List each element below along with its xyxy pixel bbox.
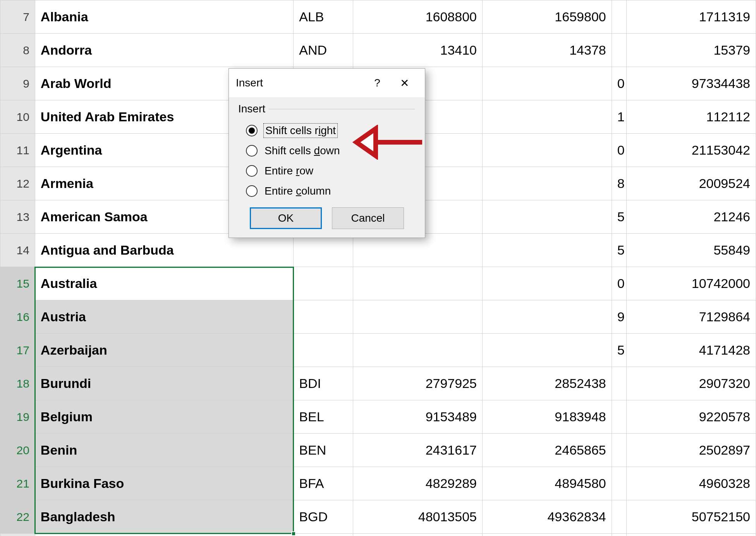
dialog-titlebar[interactable]: Insert ? ✕ xyxy=(229,69,425,97)
selection-fill-handle[interactable] xyxy=(291,531,296,536)
row-header[interactable]: 23 xyxy=(0,534,35,536)
cell-value[interactable]: 2852438 xyxy=(483,367,612,400)
cancel-button[interactable]: Cancel xyxy=(332,207,404,229)
cell-empty[interactable] xyxy=(353,534,483,536)
cell-value[interactable]: 2465865 xyxy=(483,434,612,467)
cell-value[interactable]: 97334438 xyxy=(627,67,756,100)
cell-value-partial[interactable]: 0 xyxy=(612,67,627,100)
ok-button[interactable]: OK xyxy=(250,207,322,229)
cell-value[interactable] xyxy=(353,267,483,300)
cell-value[interactable]: 2797925 xyxy=(353,367,483,400)
cell-value-partial[interactable] xyxy=(612,367,627,400)
cell-empty[interactable] xyxy=(627,534,756,536)
cell-country-code[interactable]: BFA xyxy=(294,467,353,500)
cell-country-code[interactable]: BDI xyxy=(294,367,353,400)
radio-shift-cells-right[interactable]: Shift cells right xyxy=(239,121,415,141)
row-header[interactable]: 13 xyxy=(0,200,35,234)
cell-value-partial[interactable]: 5 xyxy=(612,234,627,267)
cell-value[interactable]: 2502897 xyxy=(627,434,756,467)
row-header[interactable]: 19 xyxy=(0,400,35,434)
cell-country-code[interactable] xyxy=(294,334,353,367)
cell-value[interactable] xyxy=(483,67,612,100)
cell-value[interactable]: 9220578 xyxy=(627,400,756,434)
cell-value-partial[interactable]: 0 xyxy=(612,267,627,300)
cell-value[interactable] xyxy=(483,234,612,267)
cell-value[interactable]: 2009524 xyxy=(627,167,756,200)
row-header[interactable]: 8 xyxy=(0,34,35,67)
close-icon[interactable]: ✕ xyxy=(391,77,418,90)
cell-value[interactable] xyxy=(353,300,483,334)
cell-value-partial[interactable] xyxy=(612,34,627,67)
row-header[interactable]: 7 xyxy=(0,0,35,34)
cell-country-name[interactable]: Belgium xyxy=(35,400,293,434)
cell-value[interactable]: 2907320 xyxy=(627,367,756,400)
help-icon[interactable]: ? xyxy=(364,77,391,89)
cell-value[interactable]: 10742000 xyxy=(627,267,756,300)
cell-value[interactable]: 4894580 xyxy=(483,467,612,500)
row-header[interactable]: 14 xyxy=(0,234,35,267)
row-header[interactable]: 16 xyxy=(0,300,35,334)
cell-value-partial[interactable] xyxy=(612,500,627,534)
cell-value[interactable] xyxy=(483,100,612,134)
cell-country-code[interactable]: BEN xyxy=(294,434,353,467)
cell-value[interactable]: 112112 xyxy=(627,100,756,134)
cell-value-partial[interactable]: 5 xyxy=(612,200,627,234)
cell-value[interactable] xyxy=(483,300,612,334)
cell-country-name[interactable]: Burkina Faso xyxy=(35,467,293,500)
cell-country-code[interactable]: BGD xyxy=(294,500,353,534)
cell-value[interactable]: 9183948 xyxy=(483,400,612,434)
cell-value[interactable]: 14378 xyxy=(483,34,612,67)
cell-value[interactable]: 7129864 xyxy=(627,300,756,334)
cell-value[interactable] xyxy=(353,234,483,267)
cell-value-partial[interactable]: 5 xyxy=(612,334,627,367)
cell-country-name[interactable]: Albania xyxy=(35,0,293,34)
cell-country-code[interactable] xyxy=(294,234,353,267)
cell-country-name[interactable]: Andorra xyxy=(35,34,293,67)
row-header[interactable]: 12 xyxy=(0,167,35,200)
cell-value[interactable]: 15379 xyxy=(627,34,756,67)
cell-value[interactable] xyxy=(483,334,612,367)
cell-value-partial[interactable]: 9 xyxy=(612,300,627,334)
row-header[interactable]: 9 xyxy=(0,67,35,100)
cell-value[interactable] xyxy=(483,267,612,300)
cell-value[interactable]: 4960328 xyxy=(627,467,756,500)
row-header[interactable]: 21 xyxy=(0,467,35,500)
cell-value-partial[interactable] xyxy=(612,400,627,434)
cell-value[interactable]: 2431617 xyxy=(353,434,483,467)
cell-country-code[interactable] xyxy=(294,267,353,300)
cell-value[interactable]: 1659800 xyxy=(483,0,612,34)
cell-country-name[interactable]: Azerbaijan xyxy=(35,334,293,367)
cell-country-name[interactable]: Burundi xyxy=(35,367,293,400)
row-header[interactable]: 10 xyxy=(0,100,35,134)
cell-value[interactable]: 13410 xyxy=(353,34,483,67)
cell-value[interactable] xyxy=(483,134,612,167)
cell-country-name[interactable]: Bangladesh xyxy=(35,500,293,534)
cell-country-name[interactable]: Australia xyxy=(35,267,293,300)
radio-shift-cells-down[interactable]: Shift cells down xyxy=(239,141,415,161)
row-header[interactable]: 20 xyxy=(0,434,35,467)
cell-value-partial[interactable] xyxy=(612,0,627,34)
cell-value-partial[interactable] xyxy=(612,467,627,500)
row-header[interactable]: 11 xyxy=(0,134,35,167)
cell-empty[interactable] xyxy=(294,534,353,536)
cell-country-name[interactable]: Austria xyxy=(35,300,293,334)
cell-value[interactable]: 9153489 xyxy=(353,400,483,434)
cell-value-partial[interactable]: 8 xyxy=(612,167,627,200)
cell-value[interactable]: 4829289 xyxy=(353,467,483,500)
cell-country-name[interactable]: Benin xyxy=(35,434,293,467)
cell-value-partial[interactable] xyxy=(612,434,627,467)
cell-value[interactable]: 21246 xyxy=(627,200,756,234)
cell-value[interactable] xyxy=(483,167,612,200)
cell-empty[interactable] xyxy=(612,534,627,536)
cell-empty[interactable] xyxy=(35,534,293,536)
cell-country-code[interactable]: AND xyxy=(294,34,353,67)
cell-country-code[interactable]: ALB xyxy=(294,0,353,34)
cell-empty[interactable] xyxy=(483,534,612,536)
cell-value-partial[interactable]: 1 xyxy=(612,100,627,134)
cell-value[interactable] xyxy=(353,334,483,367)
radio-entire-column[interactable]: Entire column xyxy=(239,181,415,201)
cell-value[interactable]: 50752150 xyxy=(627,500,756,534)
cell-value[interactable]: 49362834 xyxy=(483,500,612,534)
row-header[interactable]: 22 xyxy=(0,500,35,534)
cell-value[interactable]: 1608800 xyxy=(353,0,483,34)
